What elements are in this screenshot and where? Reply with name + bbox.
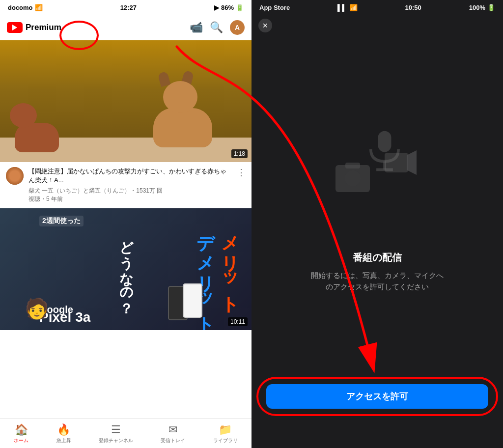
camera-icon[interactable]: 📹 bbox=[190, 21, 203, 34]
search-icon[interactable]: 🔍 bbox=[210, 21, 223, 34]
yt-header-icons: 📹 🔍 A bbox=[190, 20, 245, 35]
left-phone-panel: docomo 📶 12:27 ▶ 86% 🔋 Premium 📹 🔍 A bbox=[0, 0, 252, 448]
thumb2-douna-text: どうなの？ bbox=[116, 231, 135, 308]
status-bar-left: docomo 📶 12:27 ▶ 86% 🔋 bbox=[0, 0, 252, 15]
allow-button-container: アクセスを許可 bbox=[252, 384, 503, 448]
permission-icons-cluster bbox=[323, 128, 431, 236]
video-duration-1: 1:18 bbox=[231, 149, 248, 158]
video-meta-1: 【悶絶注意】届かないぱんちの攻撃力がすごい、かわいすぎる赤ちゃん柴犬！A... … bbox=[28, 167, 232, 203]
permission-title: 番組の配信 bbox=[308, 251, 446, 264]
inbox-icon: ✉ bbox=[168, 423, 177, 436]
nav-trending-label: 急上昇 bbox=[56, 437, 71, 444]
yt-premium-label: Premium bbox=[26, 23, 61, 32]
time-right: 10:50 bbox=[405, 4, 421, 11]
time-left: 12:27 bbox=[120, 4, 137, 11]
home-icon: 🏠 bbox=[15, 423, 28, 436]
video-thumbnail-1[interactable]: 1:18 bbox=[0, 40, 252, 162]
dog-scene bbox=[0, 40, 252, 162]
battery-info-right: 100% 🔋 bbox=[469, 4, 495, 11]
nav-home-label: ホーム bbox=[14, 437, 28, 444]
more-options-icon-1[interactable]: ⋮ bbox=[237, 167, 246, 178]
svg-rect-5 bbox=[378, 131, 391, 152]
nav-library[interactable]: 📁 ライブラリ bbox=[213, 423, 238, 444]
nav-inbox-label: 受信トレイ bbox=[161, 437, 185, 444]
permission-description: 開始するには、写真、カメラ、マイクへのアクセスを許可してください bbox=[308, 270, 446, 292]
wifi-icon-left: 📶 bbox=[35, 4, 43, 11]
mic-perm-icon bbox=[363, 128, 407, 172]
carrier-info: docomo 📶 bbox=[8, 4, 43, 11]
library-icon: 📁 bbox=[219, 423, 232, 436]
signal-icon-left: ▶ bbox=[214, 4, 219, 11]
video-info-1: 【悶絶注意】届かないぱんちの攻撃力がすごい、かわいすぎる赤ちゃん柴犬！A... … bbox=[0, 162, 252, 208]
allow-access-button[interactable]: アクセスを許可 bbox=[266, 384, 488, 409]
svg-rect-2 bbox=[345, 163, 360, 168]
video-channel-1: 柴犬 一五（いちご）と燐五（りんご）・1531万 回 bbox=[28, 187, 232, 195]
user-avatar[interactable]: A bbox=[230, 20, 245, 35]
close-icon: ✕ bbox=[262, 22, 268, 29]
nav-home[interactable]: 🏠 ホーム bbox=[14, 423, 28, 444]
subscriptions-icon: ☰ bbox=[111, 423, 121, 436]
battery-left: 86% bbox=[221, 4, 234, 11]
close-button[interactable]: ✕ bbox=[258, 19, 272, 32]
battery-pct-right: 100% bbox=[469, 4, 485, 11]
battery-icon-right: 🔋 bbox=[487, 4, 495, 11]
youtube-header: Premium 📹 🔍 A bbox=[0, 15, 252, 40]
right-phone-panel: App Store ▌▌ 📶 10:50 100% 🔋 ✕ bbox=[252, 0, 503, 448]
right-status-icons: ▌▌ 📶 bbox=[337, 4, 357, 11]
thumb2-background: 2週間使った どうなの？ メリット デメリット Google Pixel 3a … bbox=[0, 208, 252, 330]
battery-info-left: ▶ 86% 🔋 bbox=[214, 4, 244, 11]
permission-text-area: 番組の配信 開始するには、写真、カメラ、マイクへのアクセスを許可してください bbox=[308, 251, 446, 292]
nav-subscriptions-label: 登録チャンネル bbox=[99, 437, 133, 444]
nav-inbox[interactable]: ✉ 受信トレイ bbox=[161, 423, 185, 444]
youtube-icon bbox=[7, 22, 23, 33]
thumb2-merit-text: メリット bbox=[218, 223, 242, 304]
fire-icon: 🔥 bbox=[57, 423, 70, 436]
carrier-text: docomo bbox=[8, 4, 33, 11]
wifi-right: 📶 bbox=[350, 4, 358, 11]
nav-library-label: ライブラリ bbox=[213, 437, 238, 444]
appstore-label: App Store bbox=[259, 4, 290, 11]
svg-point-1 bbox=[345, 170, 361, 186]
video-title-1: 【悶絶注意】届かないぱんちの攻撃力がすごい、かわいすぎる赤ちゃん柴犬！A... bbox=[28, 167, 232, 185]
nav-trending[interactable]: 🔥 急上昇 bbox=[56, 423, 71, 444]
video-duration-2: 10:11 bbox=[228, 317, 248, 326]
video-age-1: 視聴・5 年前 bbox=[28, 195, 232, 203]
video-thumbnail-2[interactable]: 2週間使った どうなの？ メリット デメリット Google Pixel 3a … bbox=[0, 208, 252, 330]
appstore-header: ✕ bbox=[252, 15, 503, 36]
thumb2-phone-light bbox=[183, 283, 202, 318]
bottom-navigation: 🏠 ホーム 🔥 急上昇 ☰ 登録チャンネル ✉ 受信トレイ 📁 ライブラリ bbox=[0, 419, 252, 448]
thumb2-2weeks-text: 2週間使った bbox=[39, 216, 84, 226]
nav-subscriptions[interactable]: ☰ 登録チャンネル bbox=[99, 423, 133, 444]
person-icon: 🧑 bbox=[25, 297, 49, 320]
status-bar-right: App Store ▌▌ 📶 10:50 100% 🔋 bbox=[252, 0, 503, 15]
channel-avatar-1 bbox=[6, 167, 24, 185]
signal-right: ▌▌ bbox=[337, 4, 346, 11]
permission-area: 番組の配信 開始するには、写真、カメラ、マイクへのアクセスを許可してください bbox=[252, 36, 503, 384]
battery-icon-left: 🔋 bbox=[236, 4, 244, 11]
yt-logo: Premium bbox=[7, 22, 61, 33]
